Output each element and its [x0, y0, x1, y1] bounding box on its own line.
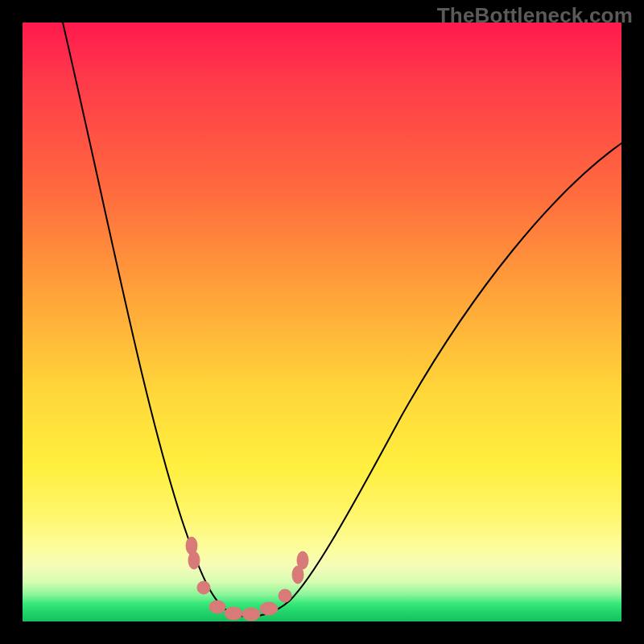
- marker-2: [197, 581, 210, 594]
- marker-7: [279, 589, 291, 602]
- plot-area: [23, 23, 621, 621]
- curve-svg: [23, 23, 621, 621]
- marker-6: [260, 602, 278, 615]
- marker-4: [225, 607, 242, 620]
- chart-frame: TheBottleneck.com: [0, 0, 644, 644]
- marker-5: [242, 608, 260, 621]
- marker-3: [209, 601, 225, 613]
- bottleneck-curve: [63, 23, 621, 617]
- marker-9: [297, 551, 308, 569]
- marker-1: [188, 551, 200, 569]
- watermark-text: TheBottleneck.com: [437, 3, 633, 28]
